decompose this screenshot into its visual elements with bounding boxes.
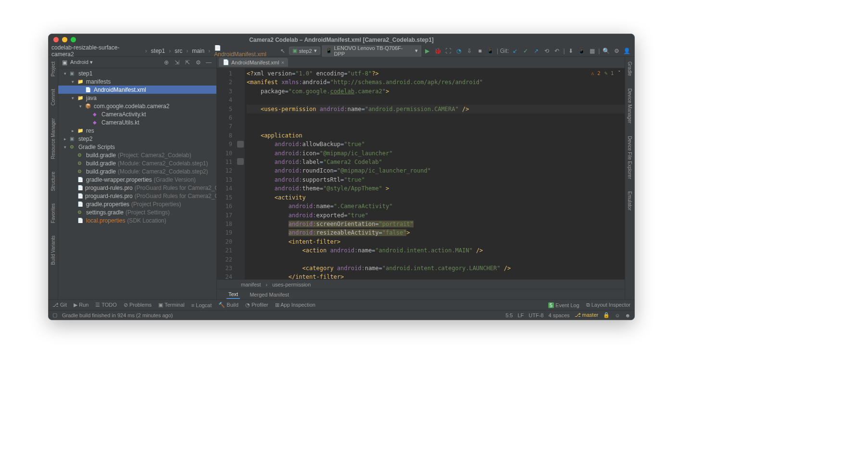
editor-tab[interactable]: 📄AndroidManifest.xml × — [219, 58, 288, 67]
gutter-icon[interactable] — [237, 141, 244, 148]
tree-file-kt[interactable]: ◆CameraUtils.kt — [58, 118, 216, 126]
breadcrumb-item[interactable]: 📄 AndroidManifest.xml — [214, 44, 275, 58]
device-dropdown[interactable]: 📱 LENOVO Lenovo TB-Q706F-DPP ▾ — [322, 44, 421, 58]
tree-file-gradle[interactable]: ⚙build.gradle(Module: Camera2_Codelab.st… — [58, 167, 216, 175]
project-tool-button[interactable]: Project — [50, 59, 56, 79]
tree-file-proguard[interactable]: 📄proguard-rules.pro(ProGuard Rules for C… — [58, 184, 216, 192]
cursor-position[interactable]: 5:5 — [505, 312, 513, 318]
run-button[interactable]: ▶ — [423, 47, 432, 55]
select-opened-file-icon[interactable]: ⊕ — [163, 59, 170, 66]
tree-file-kt[interactable]: ◆CameraActivity.kt — [58, 110, 216, 118]
breadcrumb-item[interactable]: src — [175, 48, 182, 54]
debug-button[interactable]: 🐞 — [434, 47, 442, 55]
code-content[interactable]: <?xml version="1.0" encoding="utf-8"?> <… — [245, 68, 625, 279]
tree-module[interactable]: ▾▣step1 — [58, 69, 216, 77]
inspection-indicators[interactable]: ⚠ 2 ✎ 1 ˇ — [591, 70, 621, 76]
close-tab-icon[interactable]: × — [281, 60, 284, 65]
git-rollback-button[interactable]: ↶ — [553, 47, 562, 55]
typo-indicator[interactable]: ✎ 1 — [604, 70, 614, 76]
layout-inspector-button[interactable]: ⧉ Layout Inspector — [586, 302, 630, 308]
breadcrumb-node[interactable]: uses-permission — [272, 282, 311, 287]
problems-tool-button[interactable]: ⊘ Problems — [124, 302, 152, 308]
tree-file-proguard[interactable]: 📄proguard-rules.pro(ProGuard Rules for C… — [58, 192, 216, 200]
encoding[interactable]: UTF-8 — [528, 312, 543, 318]
settings-button[interactable]: ⚙ — [612, 47, 621, 55]
lock-icon[interactable]: 🔒 — [603, 312, 610, 318]
terminal-tool-button[interactable]: ▣ Terminal — [158, 302, 184, 308]
text-tab[interactable]: Text — [226, 290, 240, 299]
event-log-button[interactable]: 5 Event Log — [548, 302, 579, 308]
line-numbers: 123456789101112131415161718192021222324 — [217, 68, 236, 279]
profiler-button[interactable]: ◔ — [454, 47, 463, 55]
device-manager-button[interactable]: 📱 — [577, 47, 586, 55]
coverage-button[interactable]: ⛶ — [444, 47, 453, 55]
attach-debugger-button[interactable]: ⇩ — [465, 47, 474, 55]
merged-manifest-tab[interactable]: Merged Manifest — [248, 291, 291, 298]
tree-file-gradle[interactable]: ⚙settings.gradle(Project Settings) — [58, 208, 216, 216]
tree-folder[interactable]: ▾📁java — [58, 94, 216, 102]
avd-manager-button[interactable]: 📱 — [486, 47, 495, 55]
git-commit-button[interactable]: ✓ — [521, 47, 530, 55]
git-tool-button[interactable]: ⎇ Git — [52, 302, 67, 308]
device-manager-tool-button[interactable]: Device Manager — [627, 86, 632, 126]
collapse-all-icon[interactable]: ⇱ — [184, 59, 191, 66]
gutter-icon[interactable] — [237, 158, 244, 165]
maximize-window-button[interactable] — [71, 37, 76, 42]
tree-folder[interactable]: ▸📁res — [58, 126, 216, 135]
hide-panel-icon[interactable]: — — [205, 59, 213, 66]
tree-file-gradle[interactable]: ⚙build.gradle(Project: Camera2_Codelab) — [58, 151, 216, 159]
build-tool-button[interactable]: 🔨 Build — [218, 302, 239, 308]
git-update-button[interactable]: ↙ — [511, 47, 519, 55]
search-everywhere-button[interactable]: 🔍 — [602, 47, 610, 55]
project-view-selector[interactable]: Android ▾ — [70, 59, 160, 65]
warning-indicator[interactable]: ⚠ 2 — [591, 70, 601, 76]
git-push-button[interactable]: ↗ — [532, 47, 541, 55]
panel-settings-icon[interactable]: ⚙ — [194, 59, 202, 66]
close-window-button[interactable] — [53, 37, 59, 42]
tree-file-local-properties[interactable]: 📄local.properties(SDK Location) — [58, 216, 216, 224]
run-config-dropdown[interactable]: ▣ step2 ▾ — [289, 47, 320, 55]
tree-file-gradle[interactable]: ⚙build.gradle(Module: Camera2_Codelab.st… — [58, 159, 216, 167]
chevron-indicator[interactable]: ˇ — [617, 70, 621, 76]
emulator-tool-button[interactable]: Emulator — [627, 188, 632, 213]
line-separator[interactable]: LF — [517, 312, 524, 318]
tree-file-properties[interactable]: 📄gradle-wrapper.properties(Gradle Versio… — [58, 175, 216, 184]
sdk-manager-button[interactable]: ⬇ — [567, 47, 576, 55]
indent[interactable]: 4 spaces — [548, 312, 569, 318]
breadcrumb-item[interactable]: step1 — [151, 48, 165, 54]
app-inspection-tool-button[interactable]: ⊞ App Inspection — [275, 302, 315, 308]
ide-status-icon[interactable]: ☻ — [625, 312, 630, 318]
favorites-tool-button[interactable]: Favorites — [50, 200, 56, 226]
resource-manager-tool-button[interactable]: Resource Manager — [50, 115, 56, 162]
tree-module[interactable]: ▸▣step2 — [58, 135, 216, 143]
git-history-button[interactable]: ⟲ — [542, 47, 551, 55]
logcat-tool-button[interactable]: ≡ Logcat — [191, 302, 212, 308]
run-tool-button[interactable]: ▶ Run — [74, 302, 88, 308]
tree-folder[interactable]: ▾📁manifests — [58, 77, 216, 86]
sync-icon[interactable]: ↖ — [278, 47, 287, 55]
code-editor[interactable]: ⚠ 2 ✎ 1 ˇ 123456789101112131415161718192… — [217, 68, 625, 279]
commit-tool-button[interactable]: Commit — [50, 86, 56, 108]
build-variants-tool-button[interactable]: Build Variants — [50, 233, 56, 268]
status-icon[interactable]: ▢ — [52, 312, 57, 318]
todo-tool-button[interactable]: ☰ TODO — [95, 302, 116, 308]
tree-file-properties[interactable]: 📄gradle.properties(Project Properties) — [58, 200, 216, 208]
project-tree[interactable]: ▾▣step1 ▾📁manifests 📄AndroidManifest.xml… — [58, 68, 216, 299]
breadcrumb-item[interactable]: codelab-resizable-surface-camera2 — [51, 44, 141, 58]
structure-tool-button[interactable]: Structure — [50, 169, 56, 194]
tree-file-manifest[interactable]: 📄AndroidManifest.xml — [58, 86, 216, 94]
expand-all-icon[interactable]: ⇲ — [173, 59, 181, 66]
git-branch[interactable]: ⎇ master — [575, 312, 599, 318]
profiler-tool-button[interactable]: ◔ Profiler — [245, 302, 268, 308]
breadcrumb-item[interactable]: main — [192, 48, 204, 54]
stop-button[interactable]: ■ — [476, 47, 484, 55]
device-file-explorer-tool-button[interactable]: Device File Explorer — [627, 133, 632, 182]
user-icon[interactable]: 👤 — [623, 47, 631, 55]
memory-indicator[interactable]: ☺ — [615, 312, 620, 318]
minimize-window-button[interactable] — [62, 37, 67, 42]
gradle-tool-button[interactable]: Gradle — [627, 59, 632, 79]
resource-manager-button[interactable]: ▦ — [588, 47, 596, 55]
breadcrumb-node[interactable]: manifest — [241, 282, 261, 287]
tree-gradle-scripts[interactable]: ▾⚙Gradle Scripts — [58, 143, 216, 151]
tree-package[interactable]: ▾📦com.google.codelab.camera2 — [58, 102, 216, 110]
